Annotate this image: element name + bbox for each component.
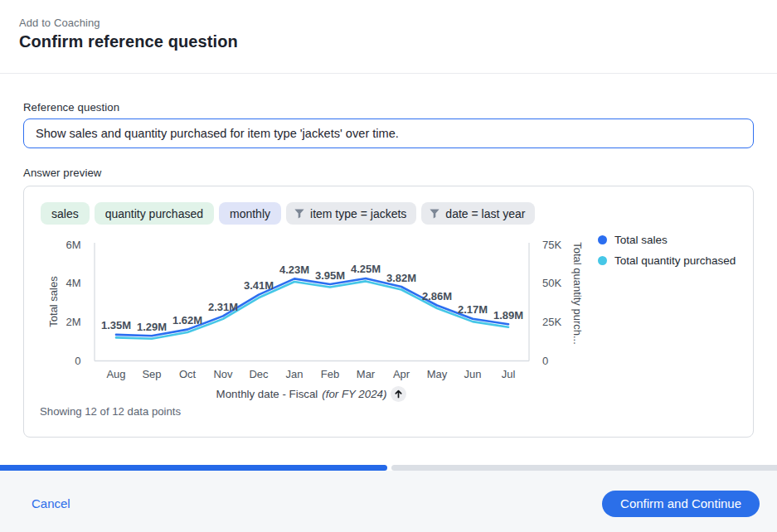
svg-text:2.86M: 2.86M: [422, 290, 452, 302]
answer-preview-panel: sales quantity purchased monthly item ty…: [23, 186, 754, 438]
breadcrumb: Add to Coaching: [19, 17, 100, 29]
svg-text:2M: 2M: [66, 316, 80, 328]
x-axis-title: Monthly date - Fiscal (for FY 2024): [94, 385, 529, 402]
svg-text:Nov: Nov: [213, 368, 233, 380]
legend-item-total-quantity-purchased[interactable]: Total quantity purchased: [598, 254, 736, 267]
header-divider: [0, 73, 777, 74]
progress-bar-fill: [0, 465, 387, 471]
svg-text:25K: 25K: [542, 316, 561, 328]
svg-text:Jun: Jun: [464, 368, 482, 380]
svg-text:Aug: Aug: [106, 368, 125, 380]
legend-item-total-sales[interactable]: Total sales: [598, 234, 736, 246]
data-points-count: Showing 12 of 12 data points: [40, 405, 181, 418]
x-axis-title-suffix: (for FY 2024): [322, 388, 386, 400]
cancel-button[interactable]: Cancel: [32, 496, 70, 510]
x-axis-title-text: Monthly date - Fiscal: [216, 388, 318, 400]
svg-text:2.17M: 2.17M: [458, 303, 488, 316]
reference-question-input[interactable]: [23, 118, 754, 148]
svg-text:Feb: Feb: [321, 368, 339, 380]
svg-text:1.35M: 1.35M: [101, 319, 131, 331]
svg-text:Oct: Oct: [179, 368, 197, 380]
svg-text:2.31M: 2.31M: [208, 301, 238, 313]
svg-text:4.25M: 4.25M: [351, 263, 381, 275]
legend-label: Total sales: [614, 234, 668, 246]
svg-text:1.89M: 1.89M: [493, 309, 523, 322]
svg-text:3.95M: 3.95M: [315, 269, 345, 282]
svg-text:Mar: Mar: [357, 368, 376, 380]
page-title: Confirm reference question: [19, 32, 238, 51]
svg-text:Sep: Sep: [142, 368, 161, 380]
sort-ascending-button[interactable]: [391, 386, 406, 402]
svg-text:1.62M: 1.62M: [172, 314, 202, 326]
svg-text:Apr: Apr: [393, 368, 410, 380]
svg-text:Jan: Jan: [286, 368, 304, 380]
svg-text:0: 0: [75, 355, 80, 367]
svg-text:6M: 6M: [66, 239, 80, 251]
svg-text:4.23M: 4.23M: [279, 264, 309, 276]
svg-text:May: May: [427, 368, 448, 380]
svg-text:1.29M: 1.29M: [137, 321, 167, 333]
svg-text:Jul: Jul: [502, 368, 516, 380]
svg-text:3.82M: 3.82M: [386, 272, 416, 284]
legend-dot-total-quantity-purchased: [598, 256, 607, 265]
svg-text:Dec: Dec: [249, 368, 269, 380]
reference-question-label: Reference question: [23, 101, 119, 114]
svg-text:Total sales: Total sales: [47, 276, 60, 327]
progress-bar-remainder: [391, 465, 777, 471]
svg-text:75K: 75K: [542, 239, 561, 251]
svg-text:50K: 50K: [542, 277, 561, 289]
svg-text:Total quantity purch...: Total quantity purch...: [571, 242, 584, 345]
arrow-up-icon: [394, 389, 403, 399]
progress-bar: [0, 465, 777, 471]
svg-text:0: 0: [542, 355, 548, 367]
chart-legend: Total sales Total quantity purchased: [598, 234, 736, 267]
legend-dot-total-sales: [598, 235, 607, 244]
answer-preview-label: Answer preview: [23, 167, 101, 179]
legend-label: Total quantity purchased: [614, 254, 736, 267]
svg-text:4M: 4M: [66, 277, 80, 289]
footer: Cancel Confirm and Continue: [0, 471, 777, 532]
confirm-and-continue-button[interactable]: Confirm and Continue: [602, 491, 760, 517]
svg-text:3.41M: 3.41M: [244, 279, 274, 292]
